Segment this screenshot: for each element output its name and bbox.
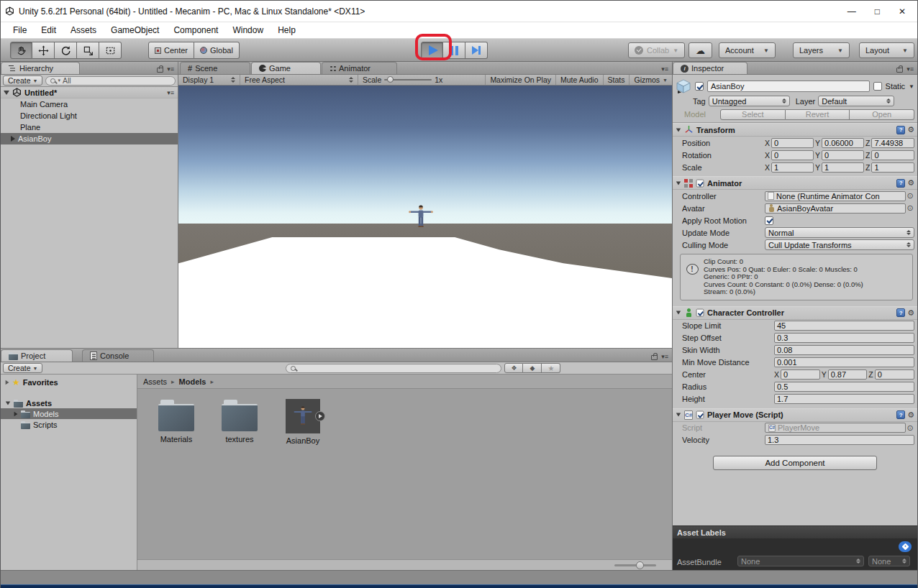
help-icon[interactable]: ?: [896, 179, 905, 188]
animator-enabled-checkbox[interactable]: [696, 179, 704, 187]
player-move-enabled-checkbox[interactable]: [696, 411, 704, 419]
scale-slider[interactable]: [384, 79, 432, 81]
object-picker-icon[interactable]: ⊙: [906, 423, 914, 433]
min-move-distance-field[interactable]: 0.001: [774, 357, 914, 367]
pivot-global-button[interactable]: Global: [194, 42, 240, 59]
add-component-button[interactable]: Add Component: [713, 456, 877, 470]
favorites-filter-button[interactable]: ★: [542, 363, 560, 373]
gear-icon[interactable]: ⚙: [907, 410, 914, 420]
step-offset-field[interactable]: 0.3: [774, 333, 914, 343]
active-checkbox[interactable]: [695, 82, 704, 91]
menu-window[interactable]: Window: [226, 23, 270, 37]
stats-toggle[interactable]: Stats: [603, 75, 630, 85]
panel-menu-icon[interactable]: ▾≡: [167, 65, 174, 73]
gameobject-name-field[interactable]: AsianBoy: [707, 81, 870, 92]
play-button[interactable]: [421, 42, 443, 59]
scale-tool-button[interactable]: [77, 42, 99, 59]
layers-dropdown[interactable]: Layers ▼: [793, 42, 850, 58]
scene-menu-icon[interactable]: ▾≡: [167, 89, 178, 96]
expand-icon[interactable]: [11, 136, 15, 142]
game-viewport[interactable]: [178, 86, 672, 348]
thumbnail-size-slider[interactable]: [614, 564, 656, 566]
tag-dropdown[interactable]: Untagged: [709, 96, 790, 106]
static-caret-icon[interactable]: ▼: [909, 83, 914, 90]
pivot-center-button[interactable]: Center: [148, 42, 194, 59]
model-revert-button[interactable]: Revert: [786, 109, 850, 120]
search-by-type-button[interactable]: ❖: [504, 363, 523, 373]
tree-favorites[interactable]: ★ Favorites: [1, 377, 137, 387]
panel-menu-icon[interactable]: ▾≡: [906, 65, 914, 73]
update-mode-dropdown[interactable]: Normal: [765, 227, 914, 238]
project-create-button[interactable]: Create ▼: [3, 363, 42, 373]
collapse-icon[interactable]: [676, 311, 681, 315]
project-search-input[interactable]: [286, 364, 501, 373]
rotation-y-field[interactable]: 0: [822, 150, 864, 160]
scale-z-field[interactable]: 1: [871, 162, 914, 173]
lock-icon[interactable]: [157, 68, 163, 73]
animator-header[interactable]: Animator ? ⚙: [673, 176, 917, 190]
slider-knob[interactable]: [636, 561, 644, 569]
collab-dropdown[interactable]: Collab ▼: [628, 42, 685, 58]
hierarchy-item-plane[interactable]: Plane: [1, 121, 178, 133]
rotate-tool-button[interactable]: [55, 42, 77, 59]
hand-tool-button[interactable]: [10, 42, 32, 59]
scene-tab[interactable]: # Scene: [180, 62, 250, 74]
hierarchy-item-directional-light[interactable]: Directional Light: [1, 110, 178, 121]
assetbundle-dropdown[interactable]: None: [737, 556, 864, 566]
collapse-icon[interactable]: [676, 181, 681, 185]
scale-slider-knob[interactable]: [387, 76, 394, 83]
collapse-icon[interactable]: [6, 401, 10, 405]
hierarchy-item-main-camera[interactable]: Main Camera: [1, 98, 178, 110]
cloud-button[interactable]: ☁: [688, 42, 712, 58]
collapse-icon[interactable]: [676, 128, 681, 132]
mute-audio-toggle[interactable]: Mute Audio: [555, 75, 603, 85]
menu-assets[interactable]: Assets: [64, 23, 103, 37]
layout-dropdown[interactable]: Layout ▼: [859, 42, 914, 58]
hierarchy-tab[interactable]: Hierarchy: [1, 62, 80, 74]
lock-icon[interactable]: [651, 355, 658, 360]
rotation-z-field[interactable]: 0: [871, 150, 914, 160]
asset-textures[interactable]: textures: [217, 399, 263, 559]
object-picker-icon[interactable]: ⊙: [906, 203, 914, 213]
radius-field[interactable]: 0.5: [774, 382, 914, 392]
gameobject-cube-icon[interactable]: [676, 79, 691, 93]
scale-x-field[interactable]: 1: [771, 162, 814, 173]
position-y-field[interactable]: 0.06000: [822, 138, 864, 148]
inspector-tab[interactable]: i Inspector: [673, 62, 747, 74]
aspect-dropdown[interactable]: Free Aspect: [240, 75, 358, 85]
center-y-field[interactable]: 0.87: [828, 369, 868, 380]
project-tab[interactable]: Project: [1, 349, 73, 362]
close-button[interactable]: ✕: [899, 6, 906, 17]
center-x-field[interactable]: 0: [781, 369, 820, 380]
panel-menu-icon[interactable]: ▾≡: [661, 353, 668, 360]
model-open-button[interactable]: Open: [850, 109, 914, 120]
menu-component[interactable]: Component: [167, 23, 224, 37]
gear-icon[interactable]: ⚙: [907, 178, 914, 188]
gear-icon[interactable]: ⚙: [907, 308, 914, 318]
height-field[interactable]: 1.7: [774, 394, 914, 404]
menu-help[interactable]: Help: [271, 23, 302, 37]
maximize-on-play-toggle[interactable]: Maximize On Play: [485, 75, 555, 85]
scale-y-field[interactable]: 1: [822, 162, 864, 173]
culling-mode-dropdown[interactable]: Cull Update Transforms: [765, 239, 914, 250]
hierarchy-scene-row[interactable]: Untitled* ▾≡: [1, 87, 178, 98]
tree-models[interactable]: Models: [1, 408, 137, 419]
help-icon[interactable]: ?: [896, 410, 905, 419]
controller-field[interactable]: None (Runtime Animator Con: [765, 191, 906, 201]
gear-icon[interactable]: ⚙: [907, 125, 914, 134]
expand-asset-badge[interactable]: [315, 411, 325, 421]
hierarchy-search-input[interactable]: ▾ All: [45, 76, 176, 86]
menu-edit[interactable]: Edit: [35, 23, 63, 37]
minimize-button[interactable]: —: [847, 6, 856, 17]
avatar-field[interactable]: AsianBoyAvatar: [765, 203, 906, 213]
account-dropdown[interactable]: Account ▼: [719, 42, 776, 58]
position-x-field[interactable]: 0: [771, 138, 814, 148]
expand-icon[interactable]: [14, 411, 18, 415]
model-select-button[interactable]: Select: [720, 109, 786, 120]
step-button[interactable]: [465, 42, 488, 59]
script-field[interactable]: C# PlayerMove: [765, 423, 906, 433]
collapse-icon[interactable]: [676, 413, 681, 417]
menu-gameobject[interactable]: GameObject: [104, 23, 165, 37]
game-tab[interactable]: Game: [251, 62, 321, 74]
apply-root-motion-checkbox[interactable]: [765, 216, 773, 225]
